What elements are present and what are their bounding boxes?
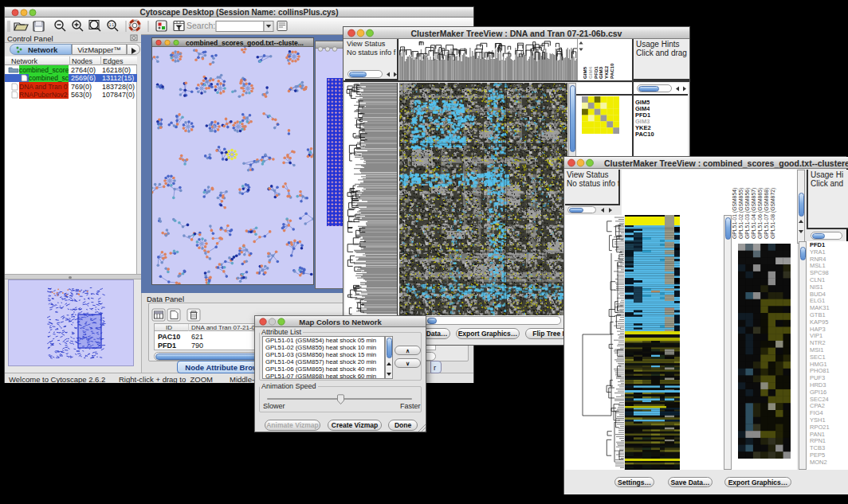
svg-text:PAC10: PAC10 bbox=[609, 63, 614, 79]
svg-text:GPL51-02 (GSM855): GPL51-02 (GSM855) bbox=[738, 188, 744, 239]
svg-text:GPL51-01 (GSM854): GPL51-01 (GSM854) bbox=[732, 188, 738, 239]
svg-text:GPL51-07 (GSM868): GPL51-07 (GSM868) bbox=[764, 188, 770, 239]
svg-text:1:1: 1:1 bbox=[109, 23, 115, 27]
svg-text:Search:: Search: bbox=[186, 21, 215, 30]
svg-text:GPL51-04 (GSM857): GPL51-04 (GSM857) bbox=[751, 188, 757, 239]
svg-text:GPL51-08 (GSM872): GPL51-08 (GSM872) bbox=[770, 188, 776, 239]
svg-text:GPL51-06 (GSM865): GPL51-06 (GSM865) bbox=[757, 188, 764, 239]
svg-text:GPL51-03 (GSM856): GPL51-03 (GSM856) bbox=[744, 188, 751, 239]
